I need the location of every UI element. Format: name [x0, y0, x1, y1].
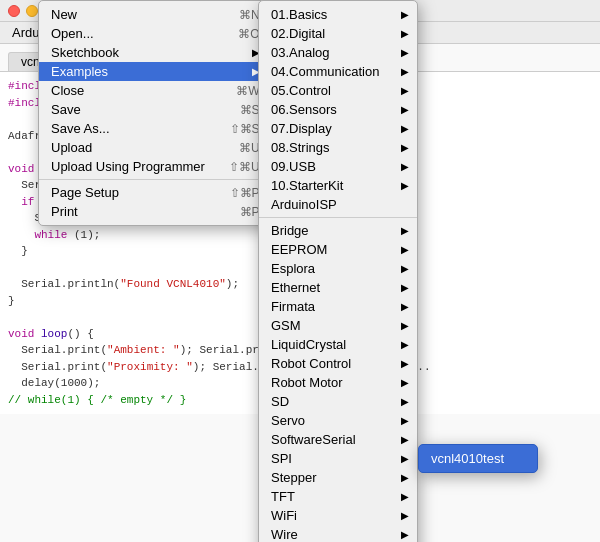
examples-display[interactable]: 07.Display ▶	[259, 119, 417, 138]
examples-digital[interactable]: 02.Digital ▶	[259, 24, 417, 43]
file-menu-new[interactable]: New ⌘N	[39, 5, 276, 24]
examples-bridge[interactable]: Bridge ▶	[259, 221, 417, 240]
examples-wire[interactable]: Wire ▶	[259, 525, 417, 542]
file-menu-examples[interactable]: Examples ▶	[39, 62, 276, 81]
file-menu-close[interactable]: Close ⌘W	[39, 81, 276, 100]
examples-strings[interactable]: 08.Strings ▶	[259, 138, 417, 157]
close-button[interactable]	[8, 5, 20, 17]
examples-basics[interactable]: 01.Basics ▶	[259, 5, 417, 24]
examples-spi[interactable]: SPI ▶	[259, 449, 417, 468]
file-menu: New ⌘N Open... ⌘O Sketchbook ▶ Examples …	[38, 0, 277, 226]
examples-eeprom[interactable]: EEPROM ▶	[259, 240, 417, 259]
examples-separator-1	[259, 217, 417, 218]
file-menu-save[interactable]: Save ⌘S	[39, 100, 276, 119]
examples-tft[interactable]: TFT ▶	[259, 487, 417, 506]
examples-robot-control[interactable]: Robot Control ▶	[259, 354, 417, 373]
examples-wifi[interactable]: WiFi ▶	[259, 506, 417, 525]
examples-usb[interactable]: 09.USB ▶	[259, 157, 417, 176]
examples-sensors[interactable]: 06.Sensors ▶	[259, 100, 417, 119]
file-menu-page-setup[interactable]: Page Setup ⇧⌘P	[39, 183, 276, 202]
file-menu-separator	[39, 179, 276, 180]
examples-starterkit[interactable]: 10.StarterKit ▶	[259, 176, 417, 195]
file-menu-upload[interactable]: Upload ⌘U	[39, 138, 276, 157]
examples-ethernet[interactable]: Ethernet ▶	[259, 278, 417, 297]
examples-softwareserial[interactable]: SoftwareSerial ▶	[259, 430, 417, 449]
file-menu-print[interactable]: Print ⌘P	[39, 202, 276, 221]
file-menu-open[interactable]: Open... ⌘O	[39, 24, 276, 43]
file-menu-upload-programmer[interactable]: Upload Using Programmer ⇧⌘U	[39, 157, 276, 176]
examples-stepper[interactable]: Stepper ▶	[259, 468, 417, 487]
examples-esplora[interactable]: Esplora ▶	[259, 259, 417, 278]
examples-robot-motor[interactable]: Robot Motor ▶	[259, 373, 417, 392]
examples-sd[interactable]: SD ▶	[259, 392, 417, 411]
vcnl-item-vcnl4010test[interactable]: vcnl4010test	[419, 449, 537, 468]
file-menu-save-as[interactable]: Save As... ⇧⌘S	[39, 119, 276, 138]
minimize-button[interactable]	[26, 5, 38, 17]
examples-arduinoisp[interactable]: ArduinoISP	[259, 195, 417, 214]
examples-servo[interactable]: Servo ▶	[259, 411, 417, 430]
examples-liquidcrystal[interactable]: LiquidCrystal ▶	[259, 335, 417, 354]
examples-communication[interactable]: 04.Communication ▶	[259, 62, 417, 81]
examples-control[interactable]: 05.Control ▶	[259, 81, 417, 100]
examples-menu: 01.Basics ▶ 02.Digital ▶ 03.Analog ▶ 04.…	[258, 0, 418, 542]
vcnl-submenu: vcnl4010test	[418, 444, 538, 473]
examples-gsm[interactable]: GSM ▶	[259, 316, 417, 335]
examples-analog[interactable]: 03.Analog ▶	[259, 43, 417, 62]
examples-firmata[interactable]: Firmata ▶	[259, 297, 417, 316]
file-menu-sketchbook[interactable]: Sketchbook ▶	[39, 43, 276, 62]
